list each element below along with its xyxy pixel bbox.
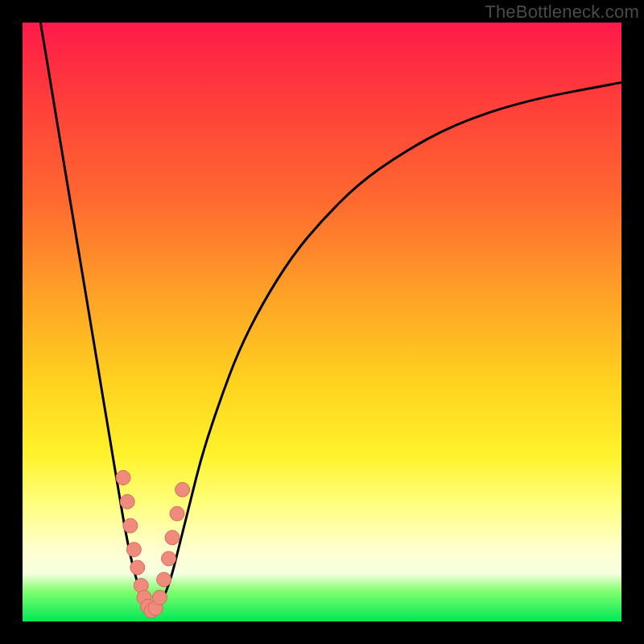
data-marker — [152, 590, 167, 605]
data-marker — [120, 494, 134, 509]
data-marker — [175, 482, 190, 497]
data-marker — [130, 560, 145, 575]
plot-outer — [23, 23, 621, 621]
data-marker — [162, 551, 176, 566]
data-marker — [126, 543, 141, 557]
data-marker — [116, 470, 130, 485]
data-marker — [170, 506, 184, 521]
data-marker — [165, 530, 180, 545]
chart-svg — [23, 23, 621, 621]
data-marker — [123, 518, 138, 533]
watermark-text: TheBottleneck.com — [485, 2, 639, 23]
curve-right-branch — [155, 82, 621, 609]
data-marker — [157, 572, 171, 587]
chart-frame: TheBottleneck.com — [0, 0, 644, 644]
